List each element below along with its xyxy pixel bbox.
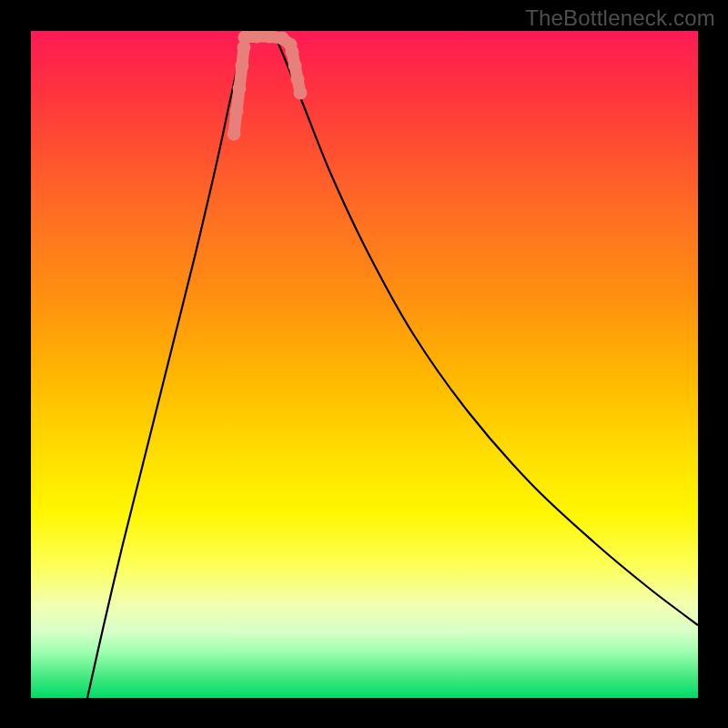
pink-marker-left-dot	[228, 127, 241, 141]
left-curve	[87, 35, 243, 698]
pink-marker-bottom-dot	[238, 31, 252, 45]
marker-layer	[228, 31, 308, 141]
chart-frame: TheBottleneck.com	[0, 0, 728, 728]
plot-area	[31, 31, 698, 698]
plot-svg	[31, 31, 698, 698]
pink-marker-left-dot	[230, 105, 244, 118]
pink-marker-right-dot	[291, 73, 305, 86]
pink-marker-left-dot	[233, 82, 247, 96]
watermark-text: TheBottleneck.com	[525, 5, 715, 31]
pink-marker-right-dot	[294, 86, 308, 100]
right-curve	[275, 35, 698, 625]
pink-marker-right-dot	[286, 46, 299, 59]
pink-marker-left-dot	[236, 59, 249, 73]
curve-layer	[87, 35, 698, 698]
pink-marker-right-dot	[288, 59, 302, 73]
